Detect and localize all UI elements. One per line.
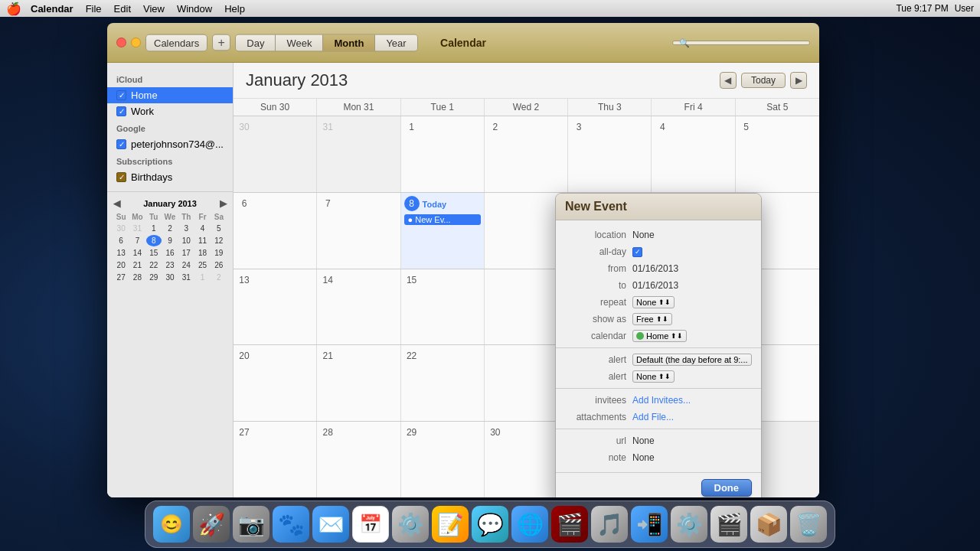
mini-day-5[interactable]: 5: [211, 223, 227, 234]
add-file-link[interactable]: Add File...: [632, 412, 674, 422]
add-invitees-link[interactable]: Add Invitees...: [632, 395, 691, 406]
mini-day-12[interactable]: 12: [211, 235, 227, 246]
mini-day-22[interactable]: 22: [146, 259, 162, 271]
cal-cell-28[interactable]: 28: [317, 422, 400, 497]
edit-menu[interactable]: Edit: [114, 3, 131, 15]
cal-cell-20[interactable]: 20: [234, 345, 317, 421]
work-checkbox[interactable]: ✓: [116, 106, 126, 116]
cal-cell-21[interactable]: 21: [317, 345, 400, 421]
tab-day[interactable]: Day: [236, 34, 276, 51]
mini-day-20[interactable]: 20: [113, 259, 129, 271]
cal-cell-fri4[interactable]: 4: [652, 116, 735, 192]
new-event-badge[interactable]: ● New Ev...: [404, 214, 481, 225]
done-button[interactable]: Done: [701, 479, 753, 497]
dock-stickies[interactable]: 📝: [432, 506, 469, 543]
popup-value-from[interactable]: 01/16/2013: [632, 263, 678, 274]
mini-day-27[interactable]: 27: [113, 272, 129, 283]
mini-cal-next[interactable]: ▶: [220, 198, 227, 209]
popup-value-to[interactable]: 01/16/2013: [632, 280, 678, 291]
mini-day-16[interactable]: 16: [162, 247, 178, 259]
mini-day-19[interactable]: 19: [211, 247, 227, 259]
cal-cell-7[interactable]: 7: [317, 193, 400, 269]
mini-day-21[interactable]: 21: [129, 259, 145, 271]
file-menu[interactable]: File: [86, 3, 102, 15]
apple-menu[interactable]: 🍎: [6, 2, 21, 16]
mini-day-18[interactable]: 18: [194, 247, 210, 259]
mini-day-29[interactable]: 29: [146, 272, 162, 283]
cal-cell-30[interactable]: 30: [234, 116, 317, 192]
popup-alert1-select[interactable]: Default (the day before at 9:...: [632, 354, 752, 366]
sidebar-item-work[interactable]: ✓ Work: [107, 103, 233, 119]
mini-day-1[interactable]: 1: [146, 223, 162, 234]
cal-cell-22[interactable]: 22: [401, 345, 485, 421]
dock-quicktime[interactable]: 🎬: [710, 506, 747, 543]
mini-day-30[interactable]: 30: [162, 272, 178, 283]
mini-day-10[interactable]: 10: [178, 235, 194, 246]
dock-photos[interactable]: 📷: [233, 506, 270, 543]
sidebar-item-birthdays[interactable]: ✓ Birthdays: [107, 169, 233, 185]
mini-day-25[interactable]: 25: [194, 259, 210, 271]
allday-checkbox[interactable]: ✓: [632, 247, 642, 257]
dock-settings[interactable]: ⚙️: [392, 506, 429, 543]
sidebar-item-home[interactable]: ✓ Home: [107, 87, 233, 103]
dock-launchpad[interactable]: 🚀: [193, 506, 230, 543]
cal-cell-thu3[interactable]: 3: [568, 116, 652, 192]
mini-day-6[interactable]: 6: [113, 235, 129, 246]
mini-day-30prev[interactable]: 30: [113, 223, 129, 234]
app-menu[interactable]: Calendar: [31, 3, 74, 15]
cal-cell-sat5[interactable]: 5: [736, 116, 819, 192]
dock-safari[interactable]: 🌐: [511, 506, 548, 543]
mini-day-17[interactable]: 17: [178, 247, 194, 259]
mini-day-24[interactable]: 24: [178, 259, 194, 271]
popup-calendar-select[interactable]: Home ⬆⬇: [632, 330, 687, 342]
close-button[interactable]: [116, 37, 126, 47]
dock-mail[interactable]: ✉️: [312, 506, 349, 543]
cal-cell-14[interactable]: 14: [317, 269, 400, 345]
cal-cell-29[interactable]: 29: [401, 422, 485, 497]
mini-cal-prev[interactable]: ◀: [113, 198, 120, 209]
mini-day-11[interactable]: 11: [194, 235, 210, 246]
tab-year[interactable]: Year: [375, 34, 416, 51]
popup-repeat-select[interactable]: None ⬆⬇: [632, 296, 675, 308]
cal-cell-wed2[interactable]: 2: [485, 116, 568, 192]
dock-messages[interactable]: 💬: [472, 506, 508, 543]
search-input[interactable]: 🔍: [672, 41, 810, 45]
mini-day-31prev[interactable]: 31: [129, 223, 145, 234]
mini-day-23[interactable]: 23: [162, 259, 178, 271]
popup-alert2-select[interactable]: None ⬆⬇: [632, 370, 675, 383]
birthdays-checkbox[interactable]: ✓: [116, 172, 126, 182]
dock-finder[interactable]: 😊: [153, 506, 190, 543]
mini-day-13[interactable]: 13: [113, 247, 129, 259]
dock-itunes[interactable]: 🎵: [591, 506, 628, 543]
view-menu[interactable]: View: [143, 3, 165, 15]
dock-dvd[interactable]: 🎬: [551, 506, 588, 543]
mini-day-4[interactable]: 4: [194, 223, 210, 234]
help-menu[interactable]: Help: [224, 3, 245, 15]
cal-cell-15[interactable]: 15: [401, 269, 485, 345]
dock-xcode[interactable]: 🐾: [273, 506, 309, 543]
dock-calendar[interactable]: 📅: [352, 506, 389, 543]
cal-cell-6[interactable]: 6: [234, 193, 317, 269]
cal-cell-13[interactable]: 13: [234, 269, 317, 345]
cal-cell-31[interactable]: 31: [317, 116, 400, 192]
mini-day-9[interactable]: 9: [162, 235, 178, 246]
google-checkbox[interactable]: ✓: [116, 139, 126, 149]
mini-day-2next[interactable]: 2: [211, 272, 227, 283]
window-menu[interactable]: Window: [177, 3, 212, 15]
mini-day-8-today[interactable]: 8: [146, 235, 162, 246]
mini-day-28[interactable]: 28: [129, 272, 145, 283]
mini-day-3[interactable]: 3: [178, 223, 194, 234]
mini-day-2[interactable]: 2: [162, 223, 178, 234]
tab-week[interactable]: Week: [276, 34, 323, 51]
mini-day-7[interactable]: 7: [129, 235, 145, 246]
mini-day-14[interactable]: 14: [129, 247, 145, 259]
calendars-button[interactable]: Calendars: [145, 34, 207, 51]
prev-month-button[interactable]: ◀: [720, 72, 737, 89]
mini-day-15[interactable]: 15: [146, 247, 162, 259]
cal-cell-1[interactable]: 1: [401, 116, 485, 192]
dock-trash[interactable]: 🗑️: [790, 506, 827, 543]
minimize-button[interactable]: [131, 37, 141, 47]
mini-day-26[interactable]: 26: [211, 259, 227, 271]
cal-cell-27[interactable]: 27: [234, 422, 317, 497]
today-button[interactable]: Today: [741, 73, 786, 88]
